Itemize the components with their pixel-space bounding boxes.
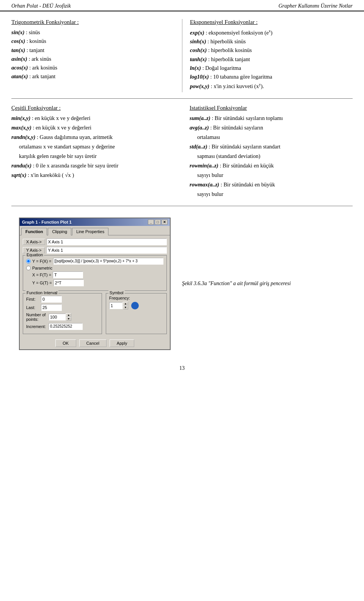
points-label: Number ofpoints:: [26, 312, 47, 322]
yfx-label: Y = F(X) =: [32, 259, 52, 263]
list-item: avg(a..z) : Bir sütündaki sayıların: [190, 124, 353, 132]
list-item: sapması (standard deviation): [197, 152, 353, 160]
titlebar-buttons: _ □ ✕: [148, 219, 168, 225]
dialog-window: Graph 1 - Function Plot 1 _ □ ✕ Function…: [19, 218, 171, 350]
divider-1: [11, 98, 353, 99]
maximize-button[interactable]: □: [155, 219, 161, 225]
frequency-label: Frequency:: [109, 296, 130, 300]
list-item: ortalaması: [197, 133, 353, 141]
list-item: sqrt(x) : x'in karekökü ( √x ): [11, 171, 174, 179]
list-item: exp(x) : eksponensiyel fonksiyon (ex): [190, 28, 353, 36]
interval-label: Function Interval: [25, 290, 58, 295]
list-item: pow(x,y) : x'in y.inci kuvveti (xy).: [190, 82, 353, 90]
tab-line-properties[interactable]: Line Properties: [72, 228, 108, 235]
trig-section: Trigonometrik Fonksiyonlar : sin(x) : si…: [11, 19, 182, 92]
list-item: ortalaması x ve standart sapması y değer…: [19, 143, 174, 151]
equation-group: Equation Y = F(X) = Parametric X =: [23, 255, 167, 291]
points-input[interactable]: [49, 314, 66, 320]
symbol-group: Symbol Frequency: ▲ ▼: [106, 293, 167, 334]
freq-down-arrow[interactable]: ▼: [123, 306, 128, 309]
list-item: asin(x) : ark sinüs: [11, 55, 174, 63]
freq-up-arrow[interactable]: ▲: [123, 302, 128, 306]
increment-row: Increment:: [26, 323, 99, 330]
istatistik-title: Istatistiksel Fonksiyonlar: [190, 105, 353, 111]
xft-row: X = F(T) =: [32, 271, 163, 278]
parametric-row: Parametric: [26, 266, 163, 270]
freq-arrows: ▲ ▼: [123, 302, 128, 309]
symbol-circle: [131, 302, 139, 309]
parametric-label: Parametric: [32, 266, 52, 270]
list-item: randn(x,y) : Gauss dağılımına uyan, arit…: [11, 133, 174, 141]
points-row: Number ofpoints: ▲ ▼: [26, 312, 99, 322]
list-item: karşılık gelen rasgele bir sayı üretir: [19, 152, 174, 160]
interval-group: Function Interval First: Last: Number of…: [23, 293, 102, 334]
equation-label: Equation: [25, 252, 44, 257]
ygt-row: Y = G(T) =: [32, 279, 163, 286]
list-item: ln(x) : Doğal logaritma: [190, 64, 353, 72]
points-arrows: ▲ ▼: [66, 313, 71, 321]
parametric-radio[interactable]: [26, 266, 31, 270]
symbol-label: Symbol: [108, 290, 125, 295]
first-input[interactable]: [41, 296, 62, 303]
frequency-row: Frequency:: [109, 296, 163, 300]
page-number: 13: [0, 358, 364, 375]
list-item: sayıyı bulur: [197, 190, 353, 198]
increment-input[interactable]: [49, 323, 83, 330]
freq-input[interactable]: [109, 302, 122, 309]
ygt-label: Y = G(T) =: [32, 281, 52, 285]
list-item: tan(x) : tanjant: [11, 46, 174, 54]
x-axis-input[interactable]: [47, 238, 167, 245]
main-content: Trigonometrik Fonksiyonlar : sin(x) : si…: [0, 11, 364, 358]
list-item: sum(a..z) : Bir sütündaki sayıların topl…: [190, 114, 353, 122]
xft-input[interactable]: [53, 271, 83, 278]
ygt-input[interactable]: [53, 279, 84, 286]
exp-title: Eksponensiyel Fonksiyonlar :: [190, 19, 353, 25]
list-item: max(x,y) : en küçük x ve y değerleri: [11, 124, 174, 132]
dialog-titlebar: Graph 1 - Function Plot 1 _ □ ✕: [20, 218, 170, 226]
increment-label: Increment:: [26, 324, 47, 329]
list-item: std(a..z) : Bir sütündaki sayıların stan…: [190, 143, 353, 151]
cancel-button[interactable]: Cancel: [79, 339, 107, 347]
tab-clipping[interactable]: Clipping: [48, 228, 71, 235]
header-left: Orhan Polat - DEÜ Jeofizik: [11, 3, 71, 9]
freq-spinner: ▲ ▼: [109, 302, 128, 309]
list-item: sayıyı bulur: [197, 171, 353, 179]
tab-function[interactable]: Function: [21, 228, 47, 235]
points-spinner: ▲ ▼: [49, 313, 71, 321]
bottom-form: Function Interval First: Last: Number of…: [23, 293, 167, 334]
apply-button[interactable]: Apply: [110, 339, 135, 347]
list-item: rowmax(a..z) : Bir sütündaki en büyük: [190, 181, 353, 189]
cesitli-section: Çeşitli Fonksiyonlar : min(x,y) : en küç…: [11, 105, 182, 200]
y-axis-input[interactable]: [46, 247, 167, 254]
y-axis-row: Y Axis->: [23, 247, 167, 254]
cesitli-title: Çeşitli Fonksiyonlar :: [11, 105, 174, 111]
dialog-title: Graph 1 - Function Plot 1: [22, 220, 72, 224]
top-two-col: Trigonometrik Fonksiyonlar : sin(x) : si…: [11, 19, 353, 92]
first-label: First:: [26, 297, 39, 301]
header-right: Grapher Kullanımı Üzerine Notlar: [278, 3, 353, 9]
ok-button[interactable]: OK: [55, 339, 76, 347]
list-item: rowmin(a..z) : Bir sütündaki en küçük: [190, 162, 353, 170]
dialog-tabs: Function Clipping Line Properties: [20, 226, 170, 235]
list-item: atan(x) : ark tanjant: [11, 73, 174, 80]
list-item: randu(x) : 0 ile x arasında rasgele bir …: [11, 162, 174, 170]
bottom-two-col: Çeşitli Fonksiyonlar : min(x,y) : en küç…: [11, 105, 353, 200]
yfx-row: Y = F(X) =: [26, 258, 163, 265]
list-item: cosh(x) : hiperbolik kosinüs: [190, 46, 353, 54]
exp-section: Eksponensiyel Fonksiyonlar : exp(x) : ek…: [182, 19, 353, 92]
yfx-radio[interactable]: [26, 259, 31, 263]
trig-title: Trigonometrik Fonksiyonlar :: [11, 19, 174, 25]
dialog-footer: OK Cancel Apply: [20, 337, 170, 349]
list-item: log10(x) : 10 tabanına göre logaritma: [190, 73, 353, 80]
page-header: Orhan Polat - DEÜ Jeofizik Grapher Kulla…: [0, 0, 364, 11]
x-axis-button[interactable]: X Axis->: [23, 239, 45, 245]
x-axis-row: X Axis->: [23, 238, 167, 245]
last-input[interactable]: [41, 304, 62, 311]
points-up-arrow[interactable]: ▲: [66, 313, 71, 317]
close-button[interactable]: ✕: [162, 219, 168, 225]
minimize-button[interactable]: _: [148, 219, 154, 225]
points-down-arrow[interactable]: ▼: [66, 317, 71, 321]
list-item: cos(x) : kosinüs: [11, 37, 174, 45]
yfx-input[interactable]: [53, 258, 163, 265]
first-row: First:: [26, 296, 99, 303]
